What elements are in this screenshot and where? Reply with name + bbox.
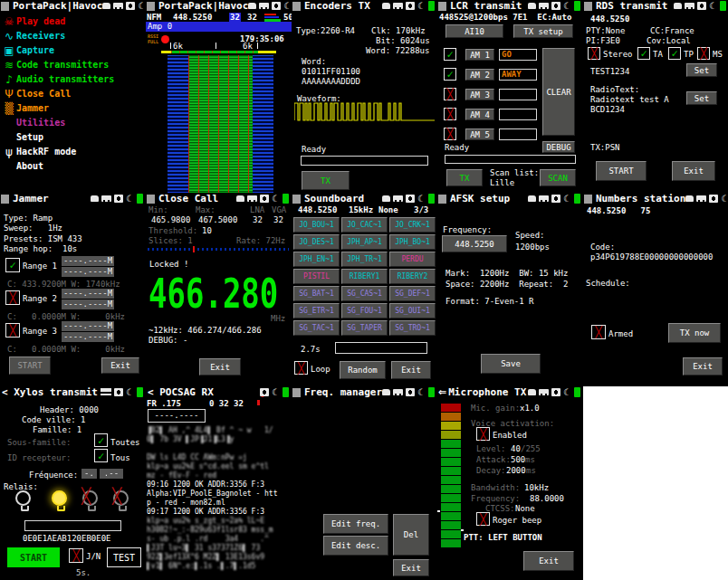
vga-value[interactable]: 32 xyxy=(273,215,283,224)
sound-button[interactable]: SG_TAPER xyxy=(341,320,388,336)
sound-button[interactable]: JO_CRK~1 xyxy=(389,217,436,233)
sound-button[interactable]: SG_ETR~1 xyxy=(293,303,340,319)
range-checkbox[interactable]: ✓ xyxy=(5,258,20,272)
frequency-list-item[interactable]: 1940.0000:Ratatouille CH1 xyxy=(292,414,437,428)
psn-set-button[interactable]: Set xyxy=(686,63,717,77)
city-code-value[interactable]: Code ville: 1 xyxy=(22,415,85,424)
sound-button[interactable]: SG_TRO~1 xyxy=(389,320,436,336)
stereo-checkbox[interactable]: ╳ xyxy=(588,47,600,60)
frequency-value[interactable]: 88.0000 xyxy=(530,494,564,503)
am-message-field[interactable] xyxy=(499,109,537,120)
frequency-list-item[interactable]: 1944.0000:Ratatouille CH2 xyxy=(292,428,437,442)
menu-item[interactable]: ∿ Receivers xyxy=(2,29,65,43)
sound-button[interactable]: JO_BOU~1 xyxy=(293,217,340,233)
armed-checkbox[interactable]: ╳ xyxy=(591,325,606,339)
menu-item[interactable]: Utilities xyxy=(2,116,65,130)
jn-checkbox[interactable]: ╳ xyxy=(69,548,83,563)
jam-type[interactable]: Type: Ramp xyxy=(4,214,53,223)
am-button[interactable]: AM 2 xyxy=(465,69,494,81)
frequency-list-item[interactable]: 433.9200:Stuff xyxy=(292,442,437,457)
encoder-type[interactable]: Type:2260-R4 xyxy=(296,26,355,35)
am-message-field[interactable]: AWAY xyxy=(499,69,537,81)
sound-button[interactable]: SG_OUI~1 xyxy=(389,303,436,319)
exit-button[interactable]: Exit xyxy=(199,358,241,376)
am-button[interactable]: AM 1 xyxy=(465,49,494,61)
pty-value[interactable]: PTY:None xyxy=(586,26,625,35)
frequency-list-item[interactable]: 466.8500:12/26 01:43 xyxy=(292,471,437,486)
max-value[interactable]: 467.5000 xyxy=(198,215,237,224)
exit-button[interactable]: Exit xyxy=(391,361,431,379)
am-button[interactable]: AM 4 xyxy=(465,109,494,120)
cov-value[interactable]: Cov:Local xyxy=(647,36,691,45)
range-checkbox[interactable]: ╳ xyxy=(5,290,20,305)
sound-button[interactable]: JO_CAC~1 xyxy=(341,217,388,233)
ctcss-value[interactable]: None xyxy=(515,504,535,513)
radiotext-value[interactable]: Radiotext test A xyxy=(590,95,669,104)
tx-mode[interactable]: TX:PSN xyxy=(590,143,620,152)
menu-item[interactable]: About xyxy=(2,159,43,174)
frequency-value[interactable]: 448.5250 xyxy=(173,13,212,22)
edit-desc-button[interactable]: Edit desc. xyxy=(323,536,388,556)
menu-item[interactable]: Ψ Close Call xyxy=(2,87,71,101)
decay-value[interactable]: 2000 xyxy=(506,466,526,475)
tp-checkbox[interactable]: ✓ xyxy=(668,47,681,60)
space-repeat-line[interactable]: Space: 2200Hz Repeat: 2 xyxy=(445,280,568,289)
tx-button[interactable]: TX xyxy=(302,171,350,190)
am-message-field[interactable] xyxy=(499,128,537,140)
jam-range-hop[interactable]: Range hop: 10s xyxy=(4,244,77,253)
amp-bar[interactable]: Amp 0 xyxy=(146,22,292,32)
sound-button[interactable]: JPH_AP~1 xyxy=(341,234,388,250)
range-min-field[interactable]: ----.----M xyxy=(62,256,114,266)
menu-item[interactable]: ☠ Play dead xyxy=(2,14,65,29)
loop-checkbox[interactable]: ╳ xyxy=(294,361,308,375)
bandwidth-value[interactable]: 10kHz xyxy=(524,483,549,492)
mark-bw-line[interactable]: Mark: 1200Hz BW: 15 kHz xyxy=(445,269,568,278)
exit-button[interactable]: Exit xyxy=(683,357,723,376)
jam-presets[interactable]: Presets: ISM 433 xyxy=(4,234,82,243)
frequency-value[interactable]: 448.5250 xyxy=(298,205,337,214)
sound-button[interactable]: PISTIL xyxy=(293,269,340,284)
relay-bulb-ignore[interactable]: ╳ xyxy=(82,490,98,506)
frequency-header[interactable]: 448.5250 75 xyxy=(587,206,650,215)
menu-item[interactable]: ♪ Audio transmitters xyxy=(2,72,114,87)
menu-item[interactable]: ≋ Code transmitters xyxy=(2,58,109,72)
am-checkbox[interactable]: ✓ xyxy=(444,48,456,61)
attack-value[interactable]: 500 xyxy=(511,455,525,464)
am-checkbox[interactable]: ╳ xyxy=(444,108,456,120)
sound-button[interactable]: PERDU xyxy=(389,252,436,267)
am-button[interactable]: AM 5 xyxy=(465,128,494,140)
psn-value[interactable]: TEST1234 xyxy=(590,67,629,76)
menu-item[interactable]: ▒ Jammer xyxy=(2,101,49,116)
frequency-field-2[interactable]: .-- xyxy=(100,469,123,479)
relay-bulb-on[interactable] xyxy=(52,490,67,506)
scan-button[interactable]: SCAN xyxy=(540,169,576,186)
tx-button[interactable]: TX xyxy=(446,169,483,186)
sound-button[interactable]: RIBERY1 xyxy=(341,269,388,284)
volume-value[interactable]: 50 xyxy=(283,13,292,22)
frequency-field[interactable]: 448.5250 xyxy=(442,235,507,252)
tx-now-button[interactable]: TX now xyxy=(668,323,721,343)
ms-checkbox[interactable]: ╳ xyxy=(697,47,710,60)
start-button[interactable]: START xyxy=(596,161,647,181)
bandwidth-value[interactable]: 15kHz xyxy=(349,205,373,214)
enabled-checkbox[interactable]: ╳ xyxy=(476,427,490,441)
sound-button[interactable]: SG_TAC~1 xyxy=(293,320,340,336)
relay-bulb-ignore[interactable]: ╳ xyxy=(113,490,129,506)
am-checkbox[interactable]: ╳ xyxy=(444,128,456,140)
sound-button[interactable]: JPH_BO~1 xyxy=(389,234,436,250)
subfamily-checkbox[interactable]: ✓ xyxy=(94,433,108,447)
format-line[interactable]: Format: 7-Even-1 R xyxy=(445,297,534,306)
start-button[interactable]: START xyxy=(9,357,51,375)
am-message-field[interactable] xyxy=(499,89,537,100)
clear-button[interactable]: CLEAR xyxy=(542,48,575,136)
frequency-field-1[interactable]: -. xyxy=(81,469,97,479)
am-button[interactable]: AM 3 xyxy=(465,89,494,100)
range-min-field[interactable]: ----.----M xyxy=(62,289,114,299)
exit-button[interactable]: Exit xyxy=(393,559,429,576)
sound-button[interactable]: JO_DES~1 xyxy=(293,234,340,250)
frequency-list-item[interactable]: 382.3000:Things xyxy=(292,457,437,471)
receiver-checkbox[interactable]: ✓ xyxy=(94,449,108,462)
sound-button[interactable]: SG_DEF~1 xyxy=(389,286,436,301)
frequency-value[interactable]: 448.5250 xyxy=(590,14,629,24)
range-checkbox[interactable]: ╳ xyxy=(5,323,20,338)
